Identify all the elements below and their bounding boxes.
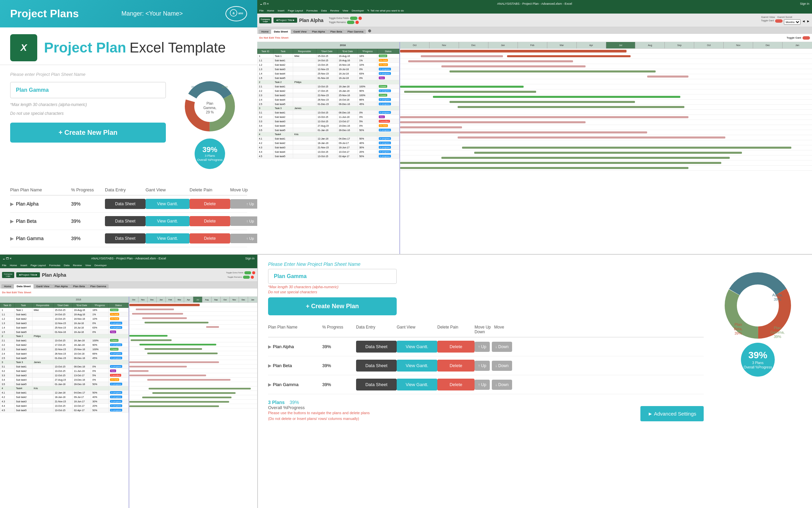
gantt-row [400,150,812,155]
br-delete-1[interactable]: Delete [437,341,475,353]
ribbon-tellme[interactable]: ✎ Tell me what you want to do [367,9,404,12]
delete-btn[interactable]: Delete [190,216,230,226]
toggle-group: Toggle Extra Fields Toggle Remains [329,17,362,24]
br-data-sheet-2[interactable]: Data Sheet [356,360,397,372]
gantt-row [400,105,812,110]
task-row: 2.4Sub task426-Nov-1516-Oct-1666%In prog… [258,98,399,102]
tab-plangamma[interactable]: Plan Gamma [345,29,366,34]
ribbon-view[interactable]: View [343,9,348,12]
up-btn[interactable]: ↑ Up [230,216,257,226]
br-create-plan-btn[interactable]: + Create New Plan [268,297,397,315]
toggle-extra-2[interactable] [244,271,251,274]
toggle-remains-switch[interactable] [347,21,354,24]
br-up-3[interactable]: ↑ Up [475,380,490,390]
delete-btn[interactable]: Delete [190,199,230,209]
data-sheet-btn[interactable]: Data Sheet [105,199,146,209]
r2-review[interactable]: Review [73,264,82,267]
company-logo-2[interactable]: Company Logo [2,272,14,278]
r2-view[interactable]: View [85,264,91,267]
toggle-gantt2[interactable] [803,36,810,40]
r2-insert[interactable]: Insert [20,264,27,267]
data-sheet-btn[interactable]: Data Sheet [105,216,146,226]
tab-planbeta[interactable]: Plan Beta [328,29,345,34]
ribbon-formulas[interactable]: Formulas [306,9,317,12]
signin-2[interactable]: Sign in [245,257,255,260]
tab-ganttview[interactable]: Gantt View [291,29,309,34]
add-sheet-btn[interactable]: ⊕ [366,28,373,34]
create-plan-button[interactable]: + Create New Plan [10,123,166,143]
br-down-3[interactable]: ↓ Down [492,380,512,390]
tab-home[interactable]: Home [259,29,271,34]
months-dropdown[interactable]: Months [784,19,800,25]
up-btn[interactable]: ↑ Up [230,199,257,209]
tab2-home[interactable]: Home [1,284,14,289]
delete-btn[interactable]: Delete [190,233,230,244]
project-title-btn[interactable]: ◄Project Title► [273,18,297,23]
tab2-beta[interactable]: Plan Beta [70,284,88,289]
br-down-2[interactable]: ↓ Down [492,361,512,371]
scroll-left-btn[interactable]: ◄ [802,19,805,25]
br-view-gantt-2[interactable]: View Gantt. [397,360,437,372]
toggle-extra-switch[interactable] [350,17,357,20]
r2-home[interactable]: Home [10,264,17,267]
ribbon-developer[interactable]: Developer [352,9,364,12]
ribbon-file[interactable]: File [259,9,264,12]
tab2-gantt[interactable]: Gantt View [34,284,52,289]
up-btn[interactable]: ↑ Up [230,234,257,243]
ribbon-insert[interactable]: Insert [278,9,284,12]
ribbon-home[interactable]: Home [267,9,274,12]
toggle-gantt-switch[interactable] [775,19,783,23]
ribbon-review[interactable]: Review [330,9,339,12]
tab2-gamma[interactable]: Plan Gamma [88,284,109,289]
proj-title-2[interactable]: ◄Project Title► [16,272,40,277]
excel-tabs-bar: Home Data Sheet Gantt View Plan Alpha Pl… [257,27,812,34]
view-gantt-btn[interactable]: View Gantt. [146,216,190,226]
svg-text:39%: 39% [774,335,781,339]
gantt-row [400,145,812,150]
view-gantt-btn[interactable]: View Gantt. [146,199,190,209]
header-title: Project Plans [10,7,79,20]
task-row: 4.2Sub task218-Jan-1609-Jul-1740%In prog… [258,141,399,145]
br-view-gantt-3[interactable]: View Gantt. [397,379,437,390]
tab2-alpha[interactable]: Plan Alpha [52,284,70,289]
th-resp: Responsible [293,49,316,54]
br-delete-3[interactable]: Delete [437,379,475,390]
gantt-row [400,161,812,166]
br-plan-name-input[interactable] [268,269,397,284]
th-prog: *Progress [358,49,377,54]
hero-section: X Project Plan Excel Template [0,27,257,65]
br-view-gantt-1[interactable]: View Gantt. [397,341,437,353]
tab2-datasheet[interactable]: Data Sheet [14,284,33,289]
br-down-1[interactable]: ↓ Down [492,342,512,352]
br-up-2[interactable]: ↑ Up [475,361,490,371]
r2-formulas[interactable]: Formulas [49,264,60,267]
tab-planalpha[interactable]: Plan Alpha [309,29,328,34]
view-gantt-btn[interactable]: View Gantt. [146,233,190,244]
tab-datasheet[interactable]: Data Sheet [271,29,290,34]
br-advanced-btn[interactable]: ► Advanced Settings [640,406,704,421]
br-data-sheet-3[interactable]: Data Sheet [356,379,397,390]
month-apr: Apr [577,42,606,48]
signin-link[interactable]: Sign in [800,2,809,5]
excel-titlebar: 🗕 🗖 ✕ ANALYSISTABS - Project Plan - Adva… [257,0,812,7]
br-up-1[interactable]: ↑ Up [475,342,490,352]
plan-name-input[interactable] [10,82,166,98]
svg-text:Alpha,: Alpha, [772,293,783,297]
data-sheet-btn[interactable]: Data Sheet [105,233,146,244]
r2-pagelayout[interactable]: Page Layout [30,264,46,267]
bottom-left-quadrant: 🗕 🗖 ✕ ANALYSISTABS - Project Plan - Adva… [0,254,257,508]
ribbon-pagelayout[interactable]: Page Layout [288,9,303,12]
scroll-right-btn[interactable]: ► [807,19,810,25]
toggle-remains-2[interactable] [243,276,250,279]
br-delete-2[interactable]: Delete [437,360,475,372]
r2-file[interactable]: File [2,264,6,267]
br-data-sheet-1[interactable]: Data Sheet [356,341,397,353]
task-table-pane: 2016 Task ID Task Responsible *Start Dat… [257,42,399,254]
r2-data[interactable]: Data [64,264,70,267]
gantt-row [400,49,812,54]
br-table: Plan Plan Name % Progress Data Entry Gan… [268,322,704,394]
ribbon-data[interactable]: Data [321,9,327,12]
r2-developer[interactable]: Developer [94,264,107,267]
task-row: 1Task 1Mike15-Oct-1516-Aug-1618%Closed [258,54,399,58]
company-logo-box[interactable]: Company Logo [259,17,271,23]
